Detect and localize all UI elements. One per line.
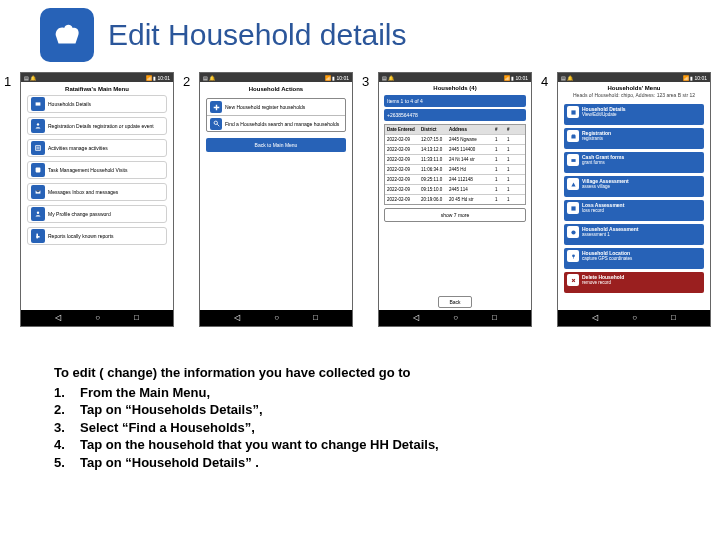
main-menu-item[interactable]: Activities manage activities	[27, 139, 167, 157]
main-menu-item[interactable]: Registration Details registration or upd…	[27, 117, 167, 135]
household-menu-item[interactable]: Registrationregistrants	[564, 128, 704, 149]
screen2-title: Household Actions	[200, 82, 352, 95]
table-row[interactable]: 2022-02-0911:33:11.024 Nt 144 str11	[385, 154, 525, 164]
table-cell: 2022-02-09	[385, 145, 419, 154]
table-row[interactable]: 2022-02-0914:13:12.02445 11440011	[385, 144, 525, 154]
screen-2: ▤ 🔔📶 ▮ 10:01 Household Actions New House…	[199, 72, 353, 327]
table-cell: 1	[505, 165, 517, 174]
step-text: Tap on the household that you want to ch…	[80, 436, 439, 454]
table-row[interactable]: 2022-02-0909:15:10.02445 11411	[385, 184, 525, 194]
household-menu-item[interactable]: Cash Grant formsgrant forms	[564, 152, 704, 173]
table-cell: 2445 114	[447, 185, 493, 194]
menu-label: My Profile change password	[48, 211, 111, 217]
table-row[interactable]: 2022-02-0911:06:34.02445 Hd11	[385, 164, 525, 174]
table-cell: 1	[505, 195, 517, 204]
table-row[interactable]: 2022-02-0920:19:06.020 45 Hd str11	[385, 194, 525, 204]
step-text: Tap on “Households Details”,	[80, 401, 263, 419]
screen-4: ▤ 🔔📶 ▮ 10:01 Households' Menu Heads of H…	[557, 72, 711, 327]
nav-back-icon: ◁	[413, 314, 419, 322]
table-cell: 11:33:11.0	[419, 155, 447, 164]
table-cell: 2022-02-09	[385, 165, 419, 174]
menu-text: Village Assessmentassess village	[582, 178, 629, 189]
instruction-step: 1.From the Main Menu,	[54, 384, 439, 402]
menu-text: Household Assessmentassessment 1	[582, 226, 639, 237]
app-logo	[40, 8, 94, 62]
screen-1: ▤ 🔔📶 ▮ 10:01 Rataifiwa's Main Menu House…	[20, 72, 174, 327]
table-cell: 2445 114400	[447, 145, 493, 154]
plus-icon	[210, 101, 222, 113]
household-menu-item[interactable]: Household Assessmentassessment 1	[564, 224, 704, 245]
nav-back-icon: ◁	[55, 314, 61, 322]
main-menu-item[interactable]: Reports locally known reports	[27, 227, 167, 245]
nav-home-icon: ○	[95, 314, 100, 322]
household-menu-item[interactable]: Loss Assessmentloss record	[564, 200, 704, 221]
instructions: To edit ( change) the information you ha…	[54, 364, 439, 471]
table-cell: 20 45 Hd str	[447, 195, 493, 204]
menu-icon	[31, 141, 45, 155]
household-menu-item[interactable]: Household Locationcapture GPS coordinate…	[564, 248, 704, 269]
table-header: Date Entered	[385, 125, 419, 134]
status-bar: ▤ 🔔📶 ▮ 10:01	[558, 73, 710, 82]
instructions-lede: To edit ( change) the information you ha…	[54, 364, 439, 382]
menu-icon	[567, 202, 579, 214]
menu-text: Delete Householdremove record	[582, 274, 624, 285]
main-menu-item[interactable]: Messages Inbox and messages	[27, 183, 167, 201]
menu-label: Activities manage activities	[48, 145, 108, 151]
show-more-button[interactable]: show 7 more	[384, 208, 526, 222]
status-bar: ▤ 🔔📶 ▮ 10:01	[379, 73, 531, 82]
table-cell: 24 Nt 144 str	[447, 155, 493, 164]
main-menu-item[interactable]: Households Details	[27, 95, 167, 113]
svg-rect-0	[36, 102, 41, 105]
menu-icon	[31, 229, 45, 243]
table-cell: 244 112148	[447, 175, 493, 184]
nav-recent-icon: □	[134, 314, 139, 322]
nav-back-icon: ◁	[234, 314, 240, 322]
menu-icon	[567, 106, 579, 118]
svg-rect-6	[36, 236, 39, 238]
svg-rect-11	[571, 206, 575, 210]
back-button[interactable]: Back	[438, 296, 471, 308]
step-number: 5.	[54, 454, 80, 472]
table-cell: 2445 Ngwane	[447, 135, 493, 144]
phone-bar: +2638564478	[384, 109, 526, 121]
nav-bar: ◁○□	[21, 310, 173, 326]
menu-icon	[31, 97, 45, 111]
main-menu-item[interactable]: My Profile change password	[27, 205, 167, 223]
screen-3: ▤ 🔔📶 ▮ 10:01 Households (4) Items 1 to 4…	[378, 72, 532, 327]
table-cell: 1	[493, 195, 505, 204]
household-menu-item[interactable]: Household DetailsView/Edit/Update	[564, 104, 704, 125]
menu-icon	[567, 226, 579, 238]
step-number: 4.	[54, 436, 80, 454]
new-household-button[interactable]: New Household register households	[207, 99, 345, 115]
table-cell: 2445 Hd	[447, 165, 493, 174]
nav-recent-icon: □	[671, 314, 676, 322]
status-bar: ▤ 🔔📶 ▮ 10:01	[21, 73, 173, 82]
find-household-button[interactable]: Find a Households search and manage hous…	[207, 115, 345, 131]
step-text: Tap on “Household Details” .	[80, 454, 259, 472]
table-cell: 1	[493, 135, 505, 144]
household-menu-item[interactable]: Delete Householdremove record	[564, 272, 704, 293]
menu-icon	[31, 185, 45, 199]
screen4-subtitle: Heads of Household: chipo, Address: 123 …	[558, 92, 710, 101]
page-title: Edit Household details	[108, 18, 407, 52]
instruction-step: 4.Tap on the household that you want to …	[54, 436, 439, 454]
table-cell: 09:25:11.0	[419, 175, 447, 184]
table-row[interactable]: 2022-02-0909:25:11.0244 11214811	[385, 174, 525, 184]
search-icon	[210, 118, 222, 130]
back-to-main-button[interactable]: Back to Main Menu	[206, 138, 346, 152]
table-row[interactable]: 2022-02-0912:07:15.02445 Ngwane11	[385, 134, 525, 144]
table-header: District	[419, 125, 447, 134]
svg-rect-10	[571, 159, 575, 162]
step-number: 2.	[54, 401, 80, 419]
screen4-title: Households' Menu	[558, 82, 710, 92]
menu-icon	[31, 163, 45, 177]
table-cell: 1	[493, 185, 505, 194]
table-cell: 1	[505, 155, 517, 164]
screen-number: 2	[183, 72, 199, 89]
main-menu-item[interactable]: Task Management Household Visits	[27, 161, 167, 179]
menu-icon	[567, 274, 579, 286]
table-cell: 2022-02-09	[385, 185, 419, 194]
menu-label: Task Management Household Visits	[48, 167, 127, 173]
screen-number: 4	[541, 72, 557, 89]
household-menu-item[interactable]: Village Assessmentassess village	[564, 176, 704, 197]
